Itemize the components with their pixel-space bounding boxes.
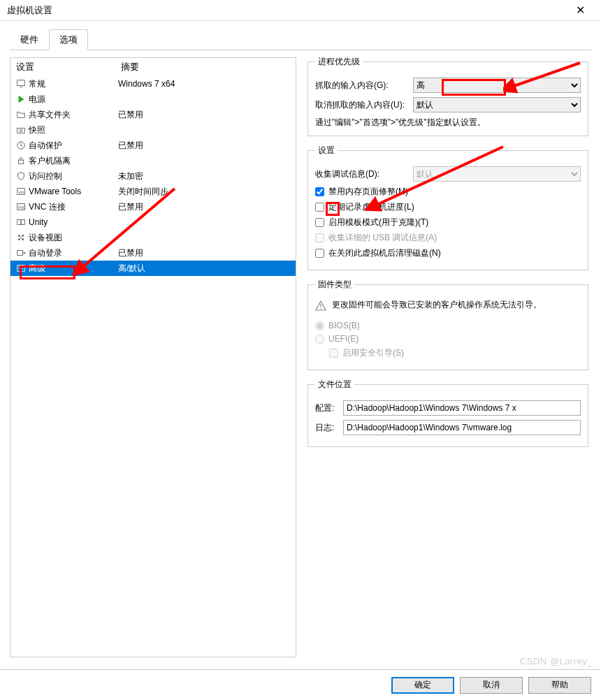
list-header: 设置 摘要 [10,58,296,76]
item-name: VNC 连接 [29,201,118,213]
group-priority: 进程优先级 抓取的输入内容(G): 高 取消抓取的输入内容(U): 默认 通过"… [307,56,588,136]
svg-point-4 [20,129,22,132]
dialog-footer: 确定 取消 帮助 [0,669,601,700]
col-settings: 设置 [16,61,121,73]
item-name: 快照 [29,124,118,136]
firmware-legend: 固件类型 [315,279,354,291]
grabbed-select[interactable]: 高 [413,78,581,93]
debug-select: 默认 [413,166,581,182]
item-name: 自动保护 [29,140,118,152]
cb-clean-label: 在关闭此虚拟机后清理磁盘(N) [328,247,441,259]
cb-clean-disk[interactable] [315,249,324,258]
list-item[interactable]: 客户机隔离 [10,153,296,168]
cb-mem-label: 禁用内存页面修整(M) [328,186,408,198]
tab-hardware[interactable]: 硬件 [10,29,49,50]
svg-point-15 [18,238,20,240]
svg-marker-2 [19,96,24,103]
cb-disable-memory-trim[interactable] [315,187,324,196]
list-item[interactable]: 自动保护已禁用 [10,138,296,153]
svg-point-24 [320,308,321,309]
camera-icon [13,125,29,135]
svg-rect-0 [17,80,25,86]
unity-icon [13,217,29,227]
device-icon [13,233,29,242]
help-button[interactable]: 帮助 [528,677,591,694]
ok-button[interactable]: 确定 [391,677,454,694]
config-path-input[interactable] [343,400,581,416]
item-name: 共享文件夹 [29,109,118,121]
play-icon [13,94,29,104]
cb-template-label: 启用模板模式(用于克隆)(T) [328,217,428,228]
detail-panel: 进程优先级 抓取的输入内容(G): 高 取消抓取的输入内容(U): 默认 通过"… [302,50,591,664]
item-name: Unity [29,217,118,227]
list-item[interactable]: Unity [10,214,296,230]
cancel-button[interactable]: 取消 [460,677,523,694]
cb-log-progress[interactable] [315,203,324,212]
svg-rect-12 [21,220,24,225]
cb-usb-label: 收集详细的 USB 调试信息(A) [328,232,437,244]
monitor-icon [13,79,29,89]
list-item[interactable]: 自动登录已禁用 [10,245,296,261]
tab-strip: 硬件 选项 [0,21,601,50]
item-summary: 已禁用 [118,140,293,152]
item-name: 常规 [29,78,118,90]
warning-icon [315,300,328,314]
cb-secure-boot [329,349,338,358]
list-item[interactable]: 设备视图 [10,230,296,245]
config-label: 配置: [315,402,343,414]
uefi-label: UEFI(E) [328,334,359,344]
item-name: 访问控制 [29,170,118,182]
settings-legend: 设置 [315,145,338,156]
cb-usb-debug [315,233,324,242]
list-item[interactable]: VNCVNC 连接已禁用 [10,199,296,214]
priority-hint: 通过"编辑">"首选项">"优先级"指定默认设置。 [315,117,581,129]
watermark: CSDN @Lorrey_ [520,656,593,666]
close-icon[interactable]: ✕ [566,3,594,17]
firmware-warning: 更改固件可能会导致已安装的客户机操作系统无法引导。 [332,299,542,311]
list-item[interactable]: 快照 [10,122,296,138]
item-name: 设备视图 [29,232,118,244]
folder-icon [13,110,29,119]
lock-icon [13,156,29,166]
list-item[interactable]: 电源 [10,92,296,107]
cb-template-mode[interactable] [315,218,324,227]
login-icon [13,248,29,258]
group-firmware: 固件类型 更改固件可能会导致已安装的客户机操作系统无法引导。 BIOS(B) U… [307,279,588,370]
debug-label: 收集调试信息(D): [315,168,413,180]
log-path-input[interactable] [343,420,581,435]
tab-options[interactable]: 选项 [49,29,88,50]
svg-rect-18 [17,251,23,256]
list-item[interactable]: 访问控制未加密 [10,168,296,184]
secureboot-label: 启用安全引导(S) [342,347,404,359]
settings-list: 设置 摘要 常规Windows 7 x64电源共享文件夹已禁用快照自动保护已禁用… [10,57,296,657]
fileloc-legend: 文件位置 [315,379,354,391]
adv-icon [13,263,29,273]
group-settings: 设置 收集调试信息(D): 默认 禁用内存页面修整(M) 定期记录虚拟机进度(L… [307,145,588,270]
grabbed-label: 抓取的输入内容(G): [315,80,413,92]
list-item[interactable]: 共享文件夹已禁用 [10,107,296,122]
bios-label: BIOS(B) [328,321,360,330]
titlebar: 虚拟机设置 ✕ [0,0,601,21]
svg-rect-19 [17,265,25,272]
list-item[interactable]: 常规Windows 7 x64 [10,76,296,92]
svg-text:VNC: VNC [18,205,26,210]
item-summary: 已禁用 [118,247,293,259]
ungrabbed-select[interactable]: 默认 [413,97,581,112]
radio-uefi [315,335,324,344]
item-summary: 关闭时间同步 [118,186,293,198]
item-summary: 已禁用 [118,109,293,121]
shield-icon [13,171,29,181]
window-title: 虚拟机设置 [7,4,566,17]
group-file-location: 文件位置 配置: 日志: [307,379,588,447]
svg-rect-6 [19,160,24,163]
cb-log-label: 定期记录虚拟机进度(L) [328,201,414,213]
priority-legend: 进程优先级 [315,56,363,68]
item-name: 高级 [29,263,118,275]
item-name: 自动登录 [29,247,118,259]
log-label: 日志: [315,422,343,434]
svg-text:vm: vm [19,189,24,194]
list-item[interactable]: vmVMware Tools关闭时间同步 [10,184,296,199]
list-item[interactable]: 高级高/默认 [10,261,296,276]
vmw-icon: vm [13,187,29,196]
item-name: 客户机隔离 [29,155,118,167]
